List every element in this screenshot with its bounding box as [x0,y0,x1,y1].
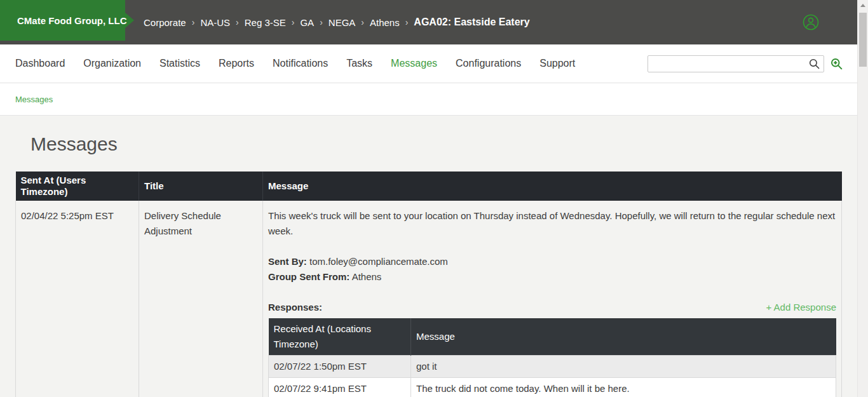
scroll-up-arrow-icon [860,4,865,7]
message-title-cell: Delivery Schedule Adjustment [139,201,263,397]
scroll-up-button[interactable] [858,0,868,11]
scrollbar-thumb[interactable] [859,13,867,67]
breadcrumb-item-athens[interactable]: Athens [370,17,400,28]
column-header-title: Title [139,172,263,201]
chevron-separator-icon: › [361,17,364,27]
group-sent-from-label: Group Sent From: [268,271,349,282]
column-header-sent-at: Sent At (Users Timezone) [16,172,139,201]
brand-logo: CMate Food Group, LLC [0,0,135,41]
group-sent-from-value: Athens [352,271,382,282]
chevron-separator-icon: › [292,17,295,27]
nav-item-dashboard[interactable]: Dashboard [15,58,65,69]
sent-by-value: tom.foley@compliancemate.com [309,256,448,267]
nav-item-organization[interactable]: Organization [83,58,141,69]
sent-by-line: Sent By: tom.foley@compliancemate.com [268,254,836,269]
breadcrumb-item-corporate[interactable]: Corporate [144,17,186,28]
nav-item-reports[interactable]: Reports [219,58,254,69]
nav-item-tasks[interactable]: Tasks [346,58,372,69]
search-icon[interactable] [808,58,820,70]
brand-name: CMate Food Group, LLC [17,15,126,26]
nav-item-statistics[interactable]: Statistics [159,58,200,69]
chevron-separator-icon: › [320,17,323,27]
responses-header: Responses: + Add Response [268,300,836,315]
message-row: 02/04/22 5:25pm EST Delivery Schedule Ad… [16,201,842,397]
breadcrumb: Corporate › NA-US › Reg 3-SE › GA › NEGA… [144,17,530,28]
nav-item-configurations[interactable]: Configurations [456,58,521,69]
content-area: Messages Sent At (Users Timezone) Title … [0,116,857,397]
page-title: Messages [15,116,842,155]
message-body-cell: This week's truck will be sent to your l… [263,201,842,397]
user-avatar-icon[interactable] [803,14,819,30]
chevron-separator-icon: › [405,17,409,27]
breadcrumb-item-na-us[interactable]: NA-US [200,17,230,28]
breadcrumb-item-reg-3-se[interactable]: Reg 3-SE [245,17,286,28]
chevron-separator-icon: › [236,17,239,27]
messages-table: Sent At (Users Timezone) Title Message 0… [15,172,842,397]
breadcrumb-item-nega[interactable]: NEGA [329,17,356,28]
responses-label: Responses: [268,300,322,315]
responses-table-header-row: Received At (Locations Timezone) Message [269,318,836,356]
main-nav: Dashboard Organization Statistics Report… [0,44,857,83]
column-header-received-at: Received At (Locations Timezone) [269,318,411,356]
response-row: 02/07/22 1:50pm EST got it [269,356,836,378]
advanced-search-icon[interactable] [830,57,843,71]
breadcrumb-item-ga[interactable]: GA [300,17,314,28]
column-header-response-message: Message [411,318,836,356]
message-sent-at-cell: 02/04/22 5:25pm EST [16,201,139,397]
response-received-at-cell: 02/07/22 1:50pm EST [269,356,411,378]
responses-table: Received At (Locations Timezone) Message… [268,318,836,397]
sub-breadcrumb-messages[interactable]: Messages [15,95,53,104]
vertical-scrollbar[interactable] [857,0,868,397]
response-row: 02/07/22 9:41pm EST The truck did not co… [269,378,836,397]
response-message-cell: The truck did not come today. When will … [411,378,836,397]
messages-table-header-row: Sent At (Users Timezone) Title Message [16,172,842,201]
sent-by-label: Sent By: [268,256,307,267]
nav-item-messages[interactable]: Messages [391,58,437,69]
breadcrumb-current-location: AGA02: Eastside Eatery [414,17,529,28]
nav-item-support[interactable]: Support [539,58,575,69]
search-area [648,55,843,72]
app-root: CMate Food Group, LLC Corporate › NA-US … [0,0,857,397]
response-message-cell: got it [411,356,836,378]
add-response-button[interactable]: + Add Response [766,300,836,315]
nav-item-notifications[interactable]: Notifications [273,58,328,69]
column-header-message: Message [263,172,842,201]
response-received-at-cell: 02/07/22 9:41pm EST [269,378,411,397]
message-text: This week's truck will be sent to your l… [268,208,836,239]
group-sent-from-line: Group Sent From: Athens [268,269,836,285]
sub-breadcrumb-bar: Messages [0,83,857,116]
search-input[interactable] [648,55,824,72]
chevron-separator-icon: › [192,17,195,27]
top-header-bar: CMate Food Group, LLC Corporate › NA-US … [0,0,857,44]
